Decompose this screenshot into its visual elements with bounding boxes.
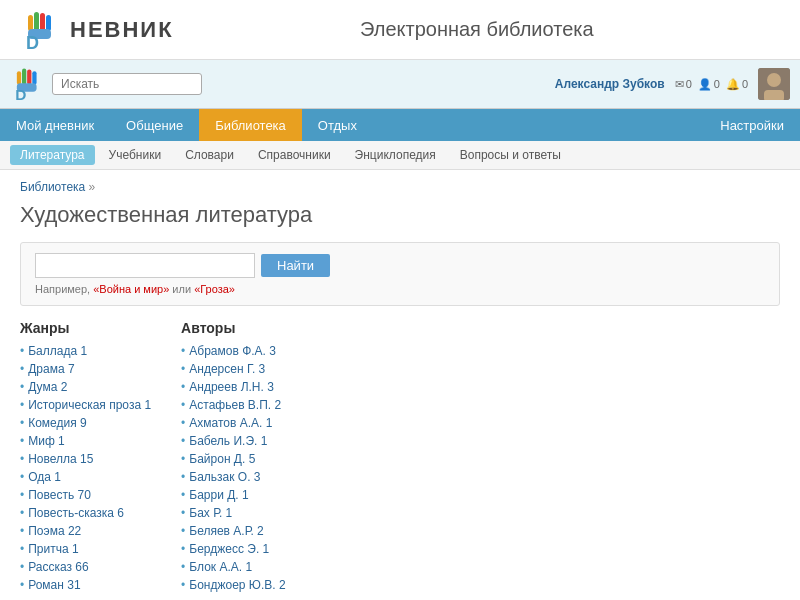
- subnav-item-qa[interactable]: Вопросы и ответы: [450, 145, 571, 165]
- genre-link[interactable]: Баллада 1: [28, 344, 87, 358]
- list-item: Барри Д. 1: [181, 488, 286, 502]
- genre-link[interactable]: Повесть-сказка 6: [28, 506, 124, 520]
- subnav-item-dictionaries[interactable]: Словари: [175, 145, 244, 165]
- subnav-item-references[interactable]: Справочники: [248, 145, 341, 165]
- list-item: Абрамов Ф.А. 3: [181, 344, 286, 358]
- list-item: Драма 7: [20, 362, 151, 376]
- list-item: Миф 1: [20, 434, 151, 448]
- author-link[interactable]: Бабель И.Э. 1: [189, 434, 267, 448]
- header-title: Электронная библиотека: [174, 18, 780, 41]
- genre-link[interactable]: Миф 1: [28, 434, 65, 448]
- search-input[interactable]: [52, 73, 202, 95]
- svg-point-14: [767, 73, 781, 87]
- author-link[interactable]: Берджесс Э. 1: [189, 542, 269, 556]
- genre-link[interactable]: Роман 31: [28, 578, 80, 592]
- authors-list: Абрамов Ф.А. 3 Андерсен Г. 3 Андреев Л.Н…: [181, 344, 286, 592]
- author-link[interactable]: Астафьев В.П. 2: [189, 398, 281, 412]
- author-link[interactable]: Андерсен Г. 3: [189, 362, 265, 376]
- genre-link[interactable]: Поэма 22: [28, 524, 81, 538]
- list-item: Беляев А.Р. 2: [181, 524, 286, 538]
- list-item: Комедия 9: [20, 416, 151, 430]
- genre-link[interactable]: Рассказ 66: [28, 560, 89, 574]
- search-section: Найти Например, «Война и мир» или «Гроза…: [20, 242, 780, 306]
- search-row: Найти: [35, 253, 765, 278]
- list-item: Байрон Д. 5: [181, 452, 286, 466]
- nav-item-diary[interactable]: Мой дневник: [0, 109, 110, 141]
- svg-rect-2: [34, 12, 39, 31]
- topbar: D Александр Зубков ✉ 0 👤 0 🔔 0: [0, 60, 800, 109]
- svg-rect-15: [764, 90, 784, 100]
- genre-link[interactable]: Дума 2: [28, 380, 67, 394]
- list-item: Новелла 15: [20, 452, 151, 466]
- genre-link[interactable]: Повесть 70: [28, 488, 91, 502]
- logo-icon: D: [20, 9, 62, 51]
- list-item: Рассказ 66: [20, 560, 151, 574]
- list-item: Историческая проза 1: [20, 398, 151, 412]
- topbar-left: D: [10, 66, 202, 102]
- nav-item-social[interactable]: Общение: [110, 109, 199, 141]
- list-item: Баллада 1: [20, 344, 151, 358]
- subnav-item-encyclopedia[interactable]: Энциклопедия: [345, 145, 446, 165]
- author-link[interactable]: Бах Р. 1: [189, 506, 232, 520]
- author-link[interactable]: Байрон Д. 5: [189, 452, 255, 466]
- mail-stat: ✉ 0: [675, 78, 692, 91]
- author-link[interactable]: Андреев Л.Н. 3: [189, 380, 274, 394]
- svg-rect-1: [28, 15, 33, 31]
- genre-link[interactable]: Историческая проза 1: [28, 398, 151, 412]
- svg-text:D: D: [26, 33, 39, 51]
- genre-link[interactable]: Комедия 9: [28, 416, 87, 430]
- nav-item-settings[interactable]: Настройки: [704, 109, 800, 141]
- nav-item-library[interactable]: Библиотека: [199, 109, 302, 141]
- nav-item-relax[interactable]: Отдых: [302, 109, 373, 141]
- user-stats: ✉ 0 👤 0 🔔 0: [675, 78, 748, 91]
- author-link[interactable]: Бонджоер Ю.В. 2: [189, 578, 285, 592]
- svg-rect-3: [40, 13, 45, 31]
- list-item: Андерсен Г. 3: [181, 362, 286, 376]
- svg-rect-4: [46, 15, 51, 31]
- list-item: Поэма 22: [20, 524, 151, 538]
- list-item: Блок А.А. 1: [181, 560, 286, 574]
- author-link[interactable]: Абрамов Ф.А. 3: [189, 344, 276, 358]
- author-link[interactable]: Барри Д. 1: [189, 488, 248, 502]
- list-item: Притча 1: [20, 542, 151, 556]
- logo-text: НЕВНИК: [70, 17, 174, 43]
- user-avatar: [758, 68, 790, 100]
- authors-title: Авторы: [181, 320, 286, 336]
- list-item: Ода 1: [20, 470, 151, 484]
- friend-stat: 👤 0: [698, 78, 720, 91]
- list-item: Бабель И.Э. 1: [181, 434, 286, 448]
- list-item: Андреев Л.Н. 3: [181, 380, 286, 394]
- page-title: Художественная литература: [20, 202, 780, 228]
- list-item: Берджесс Э. 1: [181, 542, 286, 556]
- logo-area: D НЕВНИК: [20, 9, 174, 51]
- notification-stat: 🔔 0: [726, 78, 748, 91]
- columns: Жанры Баллада 1 Драма 7 Дума 2 Историчес…: [20, 320, 780, 596]
- genres-title: Жанры: [20, 320, 151, 336]
- main-nav: Мой дневник Общение Библиотека Отдых Нас…: [0, 109, 800, 141]
- breadcrumb: Библиотека »: [20, 180, 780, 194]
- subnav-item-literature[interactable]: Литература: [10, 145, 95, 165]
- list-item: Роман 31: [20, 578, 151, 592]
- genres-list: Баллада 1 Драма 7 Дума 2 Историческая пр…: [20, 344, 151, 592]
- svg-rect-8: [22, 69, 26, 85]
- sub-nav: Литература Учебники Словари Справочники …: [0, 141, 800, 170]
- genre-link[interactable]: Притча 1: [28, 542, 78, 556]
- author-link[interactable]: Блок А.А. 1: [189, 560, 252, 574]
- svg-rect-10: [32, 71, 36, 85]
- search-hint: Например, «Война и мир» или «Гроза»: [35, 283, 765, 295]
- author-link[interactable]: Бальзак О. 3: [189, 470, 260, 484]
- genre-link[interactable]: Новелла 15: [28, 452, 93, 466]
- main-content: Библиотека » Художественная литература Н…: [0, 170, 800, 600]
- book-search-input[interactable]: [35, 253, 255, 278]
- subnav-item-textbooks[interactable]: Учебники: [99, 145, 172, 165]
- author-link[interactable]: Ахматов А.А. 1: [189, 416, 272, 430]
- genre-link[interactable]: Драма 7: [28, 362, 74, 376]
- genre-link[interactable]: Ода 1: [28, 470, 61, 484]
- list-item: Повесть 70: [20, 488, 151, 502]
- breadcrumb-link-library[interactable]: Библиотека: [20, 180, 85, 194]
- author-link[interactable]: Беляев А.Р. 2: [189, 524, 263, 538]
- search-button[interactable]: Найти: [261, 254, 330, 277]
- svg-text:D: D: [15, 86, 26, 102]
- topbar-logo-icon: D: [10, 66, 46, 102]
- list-item: Бах Р. 1: [181, 506, 286, 520]
